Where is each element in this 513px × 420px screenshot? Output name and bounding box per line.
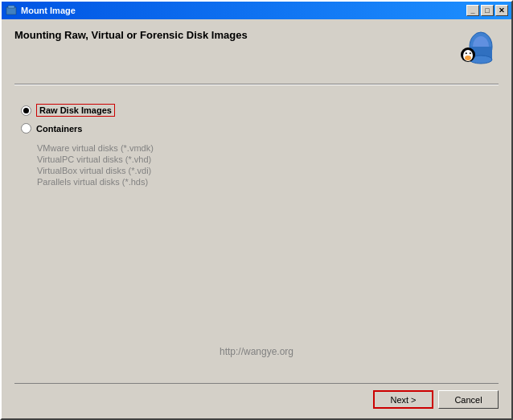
window-icon [5, 4, 18, 17]
next-button[interactable]: Next > [373, 390, 433, 409]
sub-option-vdi: VirtualBox virtual disks (*.vdi) [37, 166, 492, 175]
sub-options: VMware virtual disks (*.vmdk) VirtualPC … [37, 143, 492, 187]
header-title: Mounting Raw, Virtual or Forensic Disk I… [14, 29, 248, 41]
cancel-button[interactable]: Cancel [438, 390, 499, 409]
sub-option-hds: Parallels virtual disks (*.hds) [37, 177, 492, 187]
svg-point-11 [466, 52, 467, 54]
title-bar: Mount Image _ □ ✕ [2, 2, 511, 19]
window-title: Mount Image [21, 6, 76, 15]
close-button[interactable]: ✕ [495, 5, 508, 16]
svg-rect-0 [6, 7, 16, 14]
maximize-button[interactable]: □ [481, 5, 494, 16]
svg-point-12 [470, 52, 471, 54]
sub-option-vhd: VirtualPC virtual disks (*.vhd) [37, 154, 492, 164]
containers-label: Containers [36, 124, 82, 134]
main-panel: Raw Disk Images Containers VMware virtua… [14, 97, 499, 380]
header-divider [14, 84, 499, 84]
raw-disk-option[interactable]: Raw Disk Images [21, 104, 492, 117]
header-area: Mounting Raw, Virtual or Forensic Disk I… [14, 29, 499, 71]
containers-radio[interactable] [21, 123, 31, 134]
title-bar-buttons: _ □ ✕ [466, 5, 508, 16]
watermark: http://wangye.org [21, 330, 492, 373]
title-bar-left: Mount Image [5, 4, 76, 17]
raw-disk-label: Raw Disk Images [36, 104, 115, 117]
main-window: Mount Image _ □ ✕ Mounting Raw, Virtual … [0, 0, 513, 420]
option-group: Raw Disk Images Containers VMware virtua… [21, 104, 492, 187]
watermark-text: http://wangye.org [220, 346, 293, 357]
footer: Next > Cancel [14, 383, 499, 412]
disk-image-icon [457, 29, 499, 71]
containers-option[interactable]: Containers [21, 123, 492, 134]
raw-disk-radio[interactable] [21, 105, 31, 116]
sub-option-vmdk: VMware virtual disks (*.vmdk) [37, 143, 492, 153]
minimize-button[interactable]: _ [466, 5, 479, 16]
svg-rect-1 [8, 6, 14, 8]
window-content: Mounting Raw, Virtual or Forensic Disk I… [2, 19, 511, 418]
